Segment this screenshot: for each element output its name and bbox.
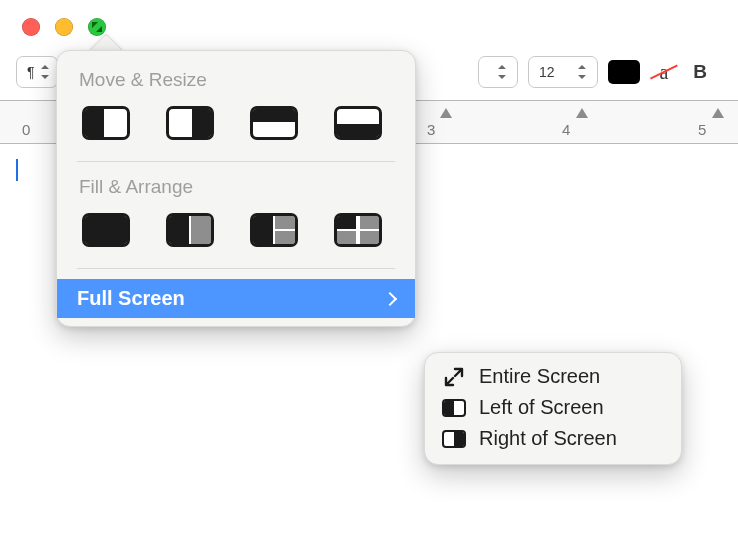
paragraph-style-popup[interactable]: ¶ <box>16 56 58 88</box>
arrange-quarters[interactable] <box>333 210 383 250</box>
separator <box>77 161 395 162</box>
menu-item-label: Entire Screen <box>479 365 600 388</box>
font-size-value: 12 <box>539 64 555 80</box>
separator <box>77 268 395 269</box>
zoom-window-button[interactable] <box>88 18 106 36</box>
ruler-indent-marker[interactable] <box>440 108 452 118</box>
entire-screen-icon <box>441 366 467 388</box>
ruler-indent-marker[interactable] <box>576 108 588 118</box>
window-tiling-popover: Move & Resize Fill & Arrange <box>56 50 416 327</box>
tile-left-half[interactable] <box>81 103 131 143</box>
window-controls <box>22 18 106 36</box>
tile-bottom-half[interactable] <box>333 103 383 143</box>
arrange-left-and-quarters[interactable] <box>249 210 299 250</box>
ruler-mark: 0 <box>22 121 30 138</box>
arrange-left-focus[interactable] <box>165 210 215 250</box>
menu-item-label: Right of Screen <box>479 427 617 450</box>
menu-item-label: Left of Screen <box>479 396 604 419</box>
ruler-mark: 4 <box>562 121 570 138</box>
text-cursor <box>16 159 18 181</box>
menu-item-right-of-screen[interactable]: Right of Screen <box>435 423 671 454</box>
text-color-swatch[interactable] <box>608 60 640 84</box>
close-window-button[interactable] <box>22 18 40 36</box>
section-title-fill-arrange: Fill & Arrange <box>57 172 415 208</box>
ruler-mark: 5 <box>698 121 706 138</box>
tile-right-half[interactable] <box>165 103 215 143</box>
bold-button[interactable]: B <box>688 61 712 83</box>
right-of-screen-icon <box>441 428 467 450</box>
tile-top-half[interactable] <box>249 103 299 143</box>
arrange-fill[interactable] <box>81 210 131 250</box>
document-window: ¶ 12 a B 0345 Move & Resize Fill & Arran… <box>0 0 738 538</box>
menu-item-entire-screen[interactable]: Entire Screen <box>435 361 671 392</box>
full-screen-label: Full Screen <box>77 287 185 310</box>
clear-formatting-button[interactable]: a <box>650 59 678 85</box>
full-screen-menu-item[interactable]: Full Screen <box>57 279 415 318</box>
section-title-move-resize: Move & Resize <box>57 65 415 101</box>
menu-item-left-of-screen[interactable]: Left of Screen <box>435 392 671 423</box>
fill-arrange-row <box>57 208 415 266</box>
font-popup[interactable] <box>478 56 518 88</box>
ruler-indent-marker[interactable] <box>712 108 724 118</box>
left-of-screen-icon <box>441 397 467 419</box>
font-size-stepper[interactable]: 12 <box>528 56 598 88</box>
minimize-window-button[interactable] <box>55 18 73 36</box>
full-screen-submenu: Entire Screen Left of Screen Right of Sc… <box>424 352 682 465</box>
move-resize-row <box>57 101 415 159</box>
ruler-mark: 3 <box>427 121 435 138</box>
chevron-right-icon <box>383 291 397 305</box>
